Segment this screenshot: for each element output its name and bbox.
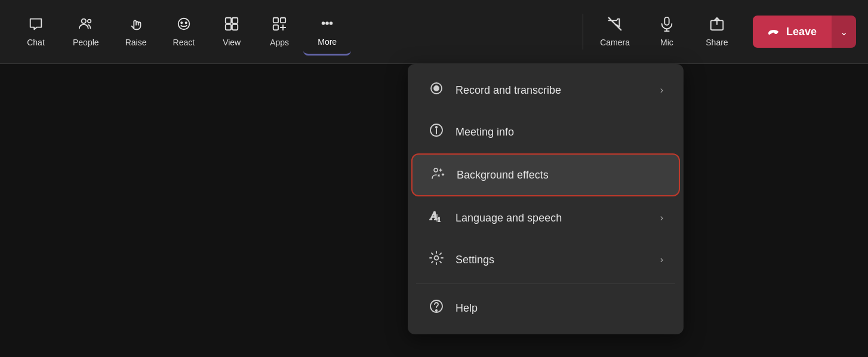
svg-point-26 [436,127,437,128]
background-effects-icon [429,165,446,184]
leave-label: Leave [786,26,817,38]
toolbar-left: Chat People Raise [12,8,577,56]
chat-label: Chat [27,38,45,47]
menu-help-label: Help [455,302,663,315]
svg-text:i: i [438,216,440,223]
toolbar: Chat People Raise [0,0,868,64]
toolbar-right: Camera Mic Share [589,9,741,54]
view-label: View [223,38,241,47]
toolbar-item-share[interactable]: Share [693,9,741,54]
svg-point-37 [435,256,439,260]
menu-item-meeting-info[interactable]: Meeting info [411,112,680,152]
toolbar-item-chat[interactable]: Chat [12,9,60,54]
record-icon [428,81,445,100]
svg-rect-9 [273,18,278,23]
camera-off-icon [607,16,623,34]
svg-text:A: A [430,210,438,222]
menu-divider [416,284,675,284]
chevron-down-icon: ⌄ [840,26,848,38]
menu-record-label: Record and transcribe [455,84,650,97]
share-icon [709,16,725,34]
svg-point-23 [434,86,439,91]
main-content: Record and transcribe › Meeting info [0,64,868,357]
menu-language-arrow: › [660,213,663,223]
leave-button[interactable]: Leave [753,16,831,48]
people-label: People [73,38,99,47]
raise-label: Raise [125,38,147,47]
menu-item-settings[interactable]: Settings › [411,239,680,280]
camera-label: Camera [600,38,630,47]
share-label: Share [706,38,728,47]
menu-background-effects-label: Background effects [457,169,662,181]
chat-icon [28,16,44,34]
menu-settings-label: Settings [455,254,650,266]
toolbar-item-camera[interactable]: Camera [589,9,641,54]
svg-point-1 [88,20,91,23]
mic-icon [659,16,675,34]
svg-rect-5 [226,18,231,23]
toolbar-item-more[interactable]: More [303,8,351,56]
menu-settings-arrow: › [660,254,663,265]
menu-item-record[interactable]: Record and transcribe › [411,70,680,110]
svg-point-0 [81,19,85,23]
svg-rect-7 [226,24,231,30]
people-icon [78,16,94,34]
menu-item-language-speech[interactable]: A i Language and speech › [411,198,680,238]
leave-dropdown-button[interactable]: ⌄ [831,16,856,48]
svg-point-3 [181,22,182,23]
toolbar-item-view[interactable]: View [208,9,256,54]
toolbar-item-raise[interactable]: Raise [112,9,160,54]
more-label: More [318,37,337,47]
svg-rect-11 [273,25,278,30]
toolbar-item-mic[interactable]: Mic [643,9,691,54]
svg-rect-8 [232,24,238,30]
view-icon [224,16,239,34]
apps-label: Apps [270,38,289,47]
more-icon [319,16,335,33]
leave-phone-icon [767,24,780,40]
react-icon [176,16,192,34]
svg-point-16 [330,22,333,24]
language-icon: A i [428,208,445,227]
react-label: React [173,38,195,47]
toolbar-divider [583,14,583,50]
menu-meeting-info-label: Meeting info [455,126,663,139]
svg-point-15 [326,22,328,24]
menu-language-speech-label: Language and speech [455,212,650,224]
mic-label: Mic [660,38,673,47]
info-icon [428,122,445,141]
svg-point-14 [322,22,325,24]
svg-point-27 [434,168,438,172]
toolbar-item-apps[interactable]: Apps [256,9,303,54]
svg-rect-6 [232,18,238,23]
leave-button-wrap: Leave ⌄ [753,16,856,48]
svg-point-2 [178,19,190,30]
svg-rect-10 [281,18,285,23]
svg-point-4 [185,22,186,23]
help-icon [428,298,445,318]
toolbar-item-react[interactable]: React [160,9,208,54]
svg-rect-18 [664,17,669,25]
raise-icon [128,16,144,34]
toolbar-item-people[interactable]: People [60,9,112,54]
more-dropdown-menu: Record and transcribe › Meeting info [408,64,684,334]
settings-icon [428,250,445,269]
apps-icon [272,16,287,34]
menu-record-arrow: › [660,85,663,96]
svg-point-39 [436,310,437,311]
menu-item-background-effects[interactable]: Background effects [411,153,680,196]
menu-item-help[interactable]: Help [411,288,680,328]
